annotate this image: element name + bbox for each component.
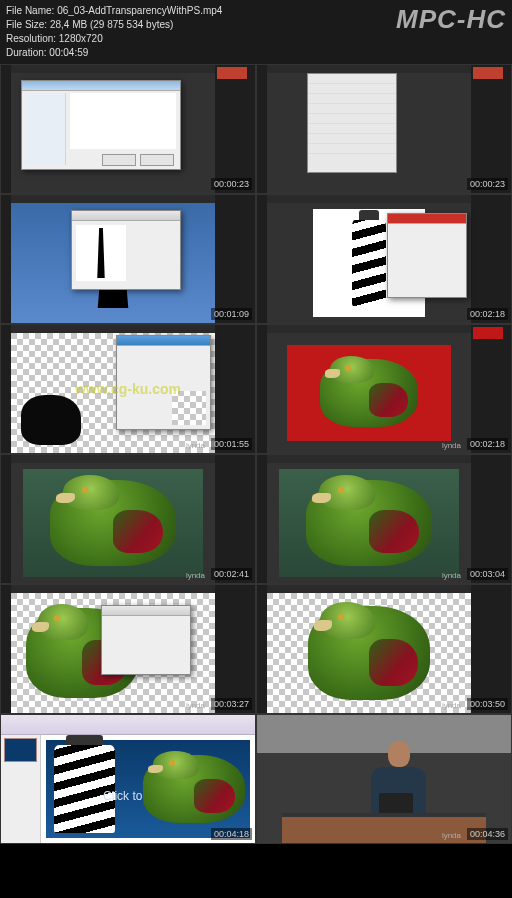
timestamp: 00:03:04 [467,568,508,580]
lynda-watermark: lynda [442,701,461,710]
duration-value: 00:04:59 [49,47,88,58]
lynda-watermark: lynda [442,571,461,580]
thumbnail[interactable]: lynda 00:02:18 [256,324,512,454]
timestamp: 00:01:09 [211,308,252,320]
file-size-value: 28,4 MB (29 875 534 bytes) [50,19,173,30]
file-info: File Name: 06_03-AddTransparencyWithPS.m… [6,4,222,60]
parrot-image [308,606,430,700]
file-size-label: File Size: [6,19,47,30]
timestamp: 00:02:18 [467,438,508,450]
timestamp: 00:00:23 [467,178,508,190]
thumbnail[interactable]: 00:00:23 [0,64,256,194]
duration-label: Duration: [6,47,47,58]
resolution-label: Resolution: [6,33,56,44]
timestamp: 00:04:36 [467,828,508,840]
thumbnail[interactable]: 00:01:09 [0,194,256,324]
dropdown-menu[interactable] [307,73,397,173]
thumbnail[interactable]: 00:02:18 [256,194,512,324]
thumbnail[interactable]: lynda 00:03:50 [256,584,512,714]
lynda-watermark: lynda [186,441,205,450]
ppt-ribbon[interactable] [1,715,255,735]
timestamp: 00:03:27 [211,698,252,710]
timestamp: 00:02:18 [467,308,508,320]
lighthouse-image [352,220,386,306]
resolution-value: 1280x720 [59,33,103,44]
player-logo: MPC-HC [396,4,506,35]
timestamp: 00:01:55 [211,438,252,450]
thumbnail[interactable]: lynda 00:04:36 [256,714,512,844]
timestamp: 00:00:23 [211,178,252,190]
ppt-slide[interactable]: Click to add tit [46,740,250,838]
parrot-image [50,480,176,566]
lynda-watermark: lynda [442,831,461,840]
thumbnail-grid: 00:00:23 00:00:23 00:01:09 [0,64,512,844]
thumbnail[interactable]: www.cg-ku.com lynda 00:01:55 [0,324,256,454]
file-name-label: File Name: [6,5,54,16]
header-bar: File Name: 06_03-AddTransparencyWithPS.m… [0,0,512,64]
timestamp: 00:04:18 [211,828,252,840]
lynda-watermark: lynda [186,571,205,580]
cg-ku-watermark: www.cg-ku.com [75,381,181,397]
lynda-watermark: lynda [442,441,461,450]
thumbnail[interactable]: lynda 00:03:27 [0,584,256,714]
presenter-video [257,715,511,843]
powerpoint-window: Click to add tit [1,715,255,843]
parrot-image [320,359,418,426]
laptop-icon [379,793,413,815]
thumbnail[interactable]: lynda 00:03:04 [256,454,512,584]
timestamp: 00:02:41 [211,568,252,580]
timestamp: 00:03:50 [467,698,508,710]
ppt-slide-panel[interactable] [1,735,41,843]
thumbnail[interactable]: lynda 00:02:41 [0,454,256,584]
thumbnail[interactable]: 00:00:23 [256,64,512,194]
parrot-image [306,480,432,566]
file-name-value: 06_03-AddTransparencyWithPS.mp4 [57,5,222,16]
lynda-watermark: lynda [186,701,205,710]
thumbnail[interactable]: Click to add tit 00:04:18 [0,714,256,844]
